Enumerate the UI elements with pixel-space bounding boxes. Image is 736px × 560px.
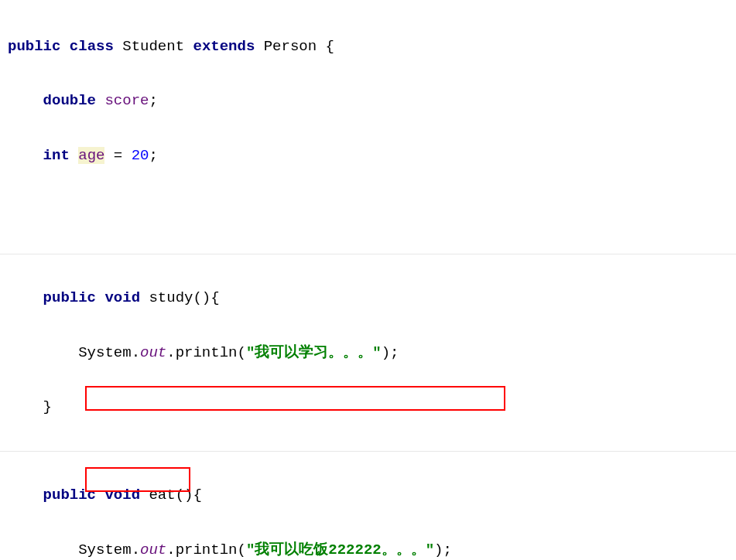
println: .println( — [166, 541, 246, 558]
code-block: public class Student extends Person { do… — [8, 6, 728, 251]
code-block: public void study(){ System.out.println(… — [8, 258, 728, 448]
code-line-7: } — [8, 394, 728, 421]
code-line-1: public class Student extends Person { — [8, 33, 728, 60]
keyword-class: class — [70, 38, 114, 55]
system: System. — [78, 541, 140, 558]
out: out — [140, 344, 166, 361]
method-study: study — [149, 289, 193, 306]
string-literal: "我可以吃饭222222。。。" — [246, 541, 434, 558]
parent-class: Person — [264, 38, 317, 55]
code-line-blank — [8, 196, 728, 224]
system: System. — [78, 344, 140, 361]
brace: } — [43, 398, 52, 415]
semicolon: ; — [149, 92, 157, 109]
field-age: age — [78, 147, 104, 164]
out: out — [140, 541, 166, 558]
keyword-void: void — [104, 487, 140, 504]
keyword-void: void — [104, 289, 140, 306]
close: ); — [434, 541, 452, 558]
println: .println( — [166, 344, 246, 361]
separator — [0, 451, 736, 452]
separator — [0, 254, 736, 254]
parens: (){ — [193, 289, 219, 306]
method-eat: eat — [149, 487, 175, 504]
brace: { — [326, 38, 334, 55]
keyword-public: public — [43, 289, 96, 306]
class-name: Student — [122, 38, 184, 55]
keyword-int: int — [43, 147, 70, 164]
code-block: public void eat(){ System.out.println("我… — [8, 455, 728, 560]
code-line-9: System.out.println("我可以吃饭222222。。。"); — [8, 537, 728, 560]
code-line-6: System.out.println("我可以学习。。。"); — [8, 340, 728, 367]
keyword-extends: extends — [193, 38, 255, 55]
keyword-public: public — [43, 487, 96, 504]
close: ); — [382, 344, 399, 361]
keyword-public: public — [8, 38, 60, 55]
field-score: score — [104, 92, 149, 109]
code-line-3: int age = 20; — [8, 142, 728, 169]
code-line-2: double score; — [8, 87, 728, 114]
number-20: 20 — [132, 147, 149, 164]
equals: = — [104, 147, 131, 164]
keyword-double: double — [43, 92, 96, 109]
string-literal: "我可以学习。。。" — [246, 344, 382, 361]
parens: (){ — [176, 487, 202, 504]
code-line-5: public void study(){ — [8, 285, 728, 312]
semicolon: ; — [149, 147, 157, 164]
code-line-8: public void eat(){ — [8, 482, 728, 509]
